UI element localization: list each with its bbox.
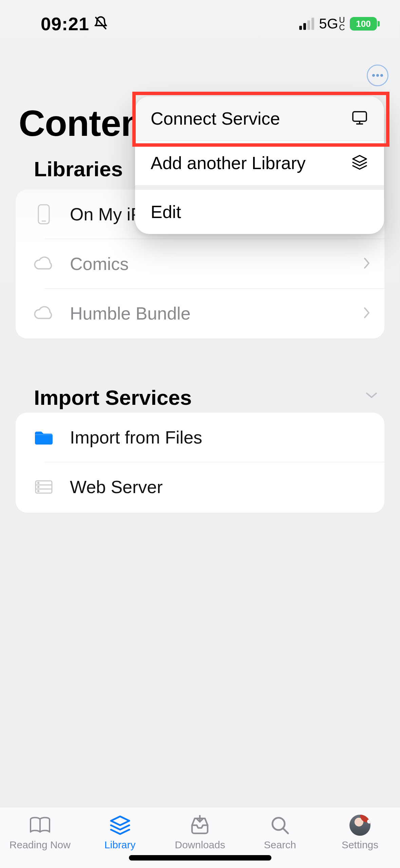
library-row-comics[interactable]: Comics (16, 239, 384, 289)
search-icon (270, 815, 290, 836)
svg-marker-16 (111, 816, 129, 825)
svg-point-1 (376, 74, 379, 77)
svg-rect-11 (353, 112, 366, 121)
menu-item-label: Add another Library (151, 153, 306, 173)
svg-point-10 (38, 490, 39, 492)
status-right: 5G U C 100 (299, 16, 380, 32)
svg-point-0 (372, 74, 375, 77)
more-button[interactable] (367, 65, 388, 86)
ellipsis-icon (372, 73, 384, 77)
tab-label: Reading Now (9, 839, 71, 851)
tab-downloads[interactable]: Downloads (166, 815, 234, 851)
tab-label: Search (264, 839, 296, 851)
status-time: 09:21 (41, 13, 89, 34)
stack-icon (351, 153, 368, 173)
device-icon (33, 203, 55, 225)
silent-icon (93, 16, 108, 32)
svg-line-19 (283, 829, 288, 833)
page-title: Content (19, 102, 155, 144)
status-left: 09:21 (41, 13, 108, 34)
svg-point-9 (38, 486, 39, 488)
tab-label: Library (104, 839, 136, 851)
menu-item-label: Connect Service (151, 108, 280, 129)
network-label: 5G U C (319, 16, 345, 32)
screen: 09:21 5G U C (0, 0, 400, 868)
context-menu: Connect Service Add another Library (135, 96, 384, 234)
cloud-icon (33, 305, 55, 322)
library-row-label: Comics (70, 254, 129, 274)
signal-icon (299, 18, 314, 30)
battery-icon: 100 (350, 17, 380, 31)
tab-settings[interactable]: Settings (326, 815, 394, 851)
tab-reading-now[interactable]: Reading Now (6, 815, 74, 851)
import-row-label: Web Server (70, 477, 163, 497)
import-row-files[interactable]: Import from Files (16, 413, 384, 462)
svg-marker-14 (353, 156, 366, 162)
menu-item-connect-service[interactable]: Connect Service (135, 96, 384, 141)
avatar-icon (349, 815, 370, 836)
cloud-icon (33, 256, 55, 272)
import-section-header[interactable]: Import Services (34, 385, 192, 410)
status-bar: 09:21 5G U C (0, 0, 400, 48)
stack-icon (109, 815, 131, 836)
menu-item-label: Edit (151, 202, 181, 222)
inbox-icon (189, 815, 211, 836)
chevron-down-icon[interactable] (365, 391, 378, 401)
library-row-humble-bundle[interactable]: Humble Bundle (16, 289, 384, 338)
chevron-right-icon (363, 307, 371, 320)
libraries-section-header: Libraries (34, 157, 123, 181)
import-card: Import from Files Web Server (16, 413, 384, 513)
import-row-label: Import from Files (70, 427, 202, 448)
library-row-label: Humble Bundle (70, 303, 191, 324)
menu-item-add-library[interactable]: Add another Library (135, 141, 384, 185)
svg-point-8 (38, 482, 39, 484)
tab-library[interactable]: Library (86, 815, 154, 851)
chevron-right-icon (363, 257, 371, 271)
folder-icon (33, 429, 55, 446)
tab-label: Downloads (175, 839, 225, 851)
book-icon (28, 815, 52, 836)
server-icon (33, 479, 55, 495)
import-row-webserver[interactable]: Web Server (16, 462, 384, 512)
tab-label: Settings (342, 839, 378, 851)
monitor-icon (351, 110, 368, 127)
svg-point-2 (380, 74, 383, 77)
menu-item-edit[interactable]: Edit (135, 190, 384, 234)
home-indicator (129, 855, 271, 861)
tab-search[interactable]: Search (246, 815, 314, 851)
